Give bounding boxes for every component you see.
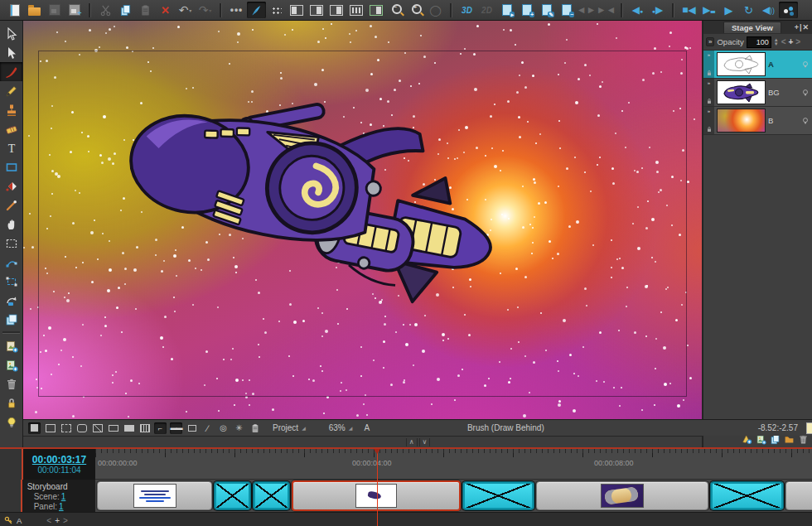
light-table-icon[interactable] xyxy=(799,88,812,98)
filled-frame-icon[interactable] xyxy=(123,422,135,434)
zoom-level-select[interactable]: 63%◢ xyxy=(329,423,353,432)
2d-mode-icon[interactable]: 2D xyxy=(477,2,496,18)
current-timecode[interactable]: 00:00:03:17 xyxy=(32,454,86,466)
save-all-icon[interactable]: + xyxy=(65,2,84,18)
lock-layer-button[interactable] xyxy=(0,393,22,413)
layer-thumbnail[interactable] xyxy=(717,52,766,76)
splitter-expand-down-icon[interactable]: ∨ xyxy=(419,438,431,446)
add-layer-icon[interactable]: + xyxy=(517,2,536,18)
panel-picture-icon[interactable] xyxy=(366,2,385,18)
storyboard-panel-1[interactable] xyxy=(97,481,212,510)
show-colour-icon[interactable] xyxy=(779,2,798,18)
panel-value[interactable]: 1 xyxy=(59,502,64,511)
layers-tool[interactable] xyxy=(0,310,22,329)
redo-icon[interactable]: ↷▾ xyxy=(196,2,215,18)
storyboard-panel-8[interactable] xyxy=(785,481,812,510)
layer-row-b[interactable]: » B xyxy=(703,107,812,135)
stroke-tool[interactable] xyxy=(0,195,22,215)
rectangle-tool[interactable] xyxy=(0,157,22,176)
menus-icon[interactable]: ▬▬ xyxy=(170,422,182,434)
panel-layout-2-icon[interactable] xyxy=(307,2,326,18)
opacity-stepper[interactable]: ▲▼ xyxy=(774,38,779,46)
frame-select-tool[interactable] xyxy=(0,272,22,291)
zoom-out-icon[interactable]: − xyxy=(386,2,405,18)
add-layer-button[interactable]: + xyxy=(788,37,793,46)
brush-colour-swatch[interactable] xyxy=(806,422,812,434)
pencil-tool[interactable] xyxy=(0,81,22,100)
hand-tool[interactable] xyxy=(0,215,22,234)
panel-tab-buttons[interactable]: +|✕ xyxy=(795,23,812,31)
mini-frame-icon[interactable] xyxy=(186,422,198,434)
fields-grid-icon[interactable] xyxy=(138,422,151,434)
rotate-view-icon[interactable]: ◯ xyxy=(426,2,445,18)
cut-icon[interactable] xyxy=(96,2,115,18)
stage-timeline-splitter[interactable]: ∧ ∨ xyxy=(23,436,812,447)
paint-tool[interactable] xyxy=(0,176,22,195)
stage-canvas[interactable] xyxy=(23,21,702,419)
previous-frame-icon[interactable]: ◀● xyxy=(628,2,647,18)
add-bitmap-layer-button[interactable] xyxy=(0,355,22,374)
layer-drag-handle[interactable]: » xyxy=(703,107,714,134)
save-icon[interactable] xyxy=(45,2,64,18)
play-icon[interactable]: ▶ xyxy=(719,2,738,18)
timeline-next-button[interactable]: > xyxy=(63,516,71,525)
timeline-ruler[interactable]: 00:00:00:00 00:00:04:00 00:00:08:00 xyxy=(95,449,812,480)
collapse-panel-button[interactable]: » xyxy=(706,37,714,46)
more-options-icon[interactable]: ••• xyxy=(227,2,246,18)
light-table-icon[interactable] xyxy=(799,60,812,70)
aspect-frame-icon[interactable] xyxy=(75,422,88,434)
scene-value[interactable]: 1 xyxy=(61,492,66,501)
camera-mask-icon[interactable] xyxy=(28,422,41,434)
storyboard-track[interactable] xyxy=(95,480,812,512)
thumbnails-grid-icon[interactable] xyxy=(267,2,286,18)
project-safety-icon[interactable] xyxy=(60,422,72,434)
previous-layer-button[interactable]: < xyxy=(781,37,786,46)
timecode-display[interactable]: 00:00:03:17 00:00:11:04 xyxy=(23,449,95,480)
rotate-view-tool[interactable] xyxy=(0,291,22,310)
layer-row-a[interactable]: » A xyxy=(703,51,812,79)
layer-name[interactable]: B xyxy=(768,116,799,125)
remove-layer-icon[interactable]: − xyxy=(557,2,576,18)
brush-tool[interactable] xyxy=(0,62,22,81)
pinch-1-icon[interactable]: ◄► xyxy=(577,2,596,18)
storyboard-panel-7[interactable] xyxy=(710,481,784,510)
layer-drag-handle[interactable]: » xyxy=(703,51,714,78)
splitter-expand-up-icon[interactable]: ∧ xyxy=(406,438,418,446)
new-icon[interactable] xyxy=(5,2,24,18)
stamp-tool[interactable] xyxy=(0,100,22,119)
next-layer-button[interactable]: > xyxy=(795,37,800,46)
undo-icon[interactable]: ↶▾ xyxy=(176,2,195,18)
paste-icon[interactable] xyxy=(136,2,155,18)
timeline-add-button[interactable]: + xyxy=(55,516,63,525)
pinch-2-icon[interactable]: ►◄ xyxy=(597,2,616,18)
rename-layer-icon[interactable]: ✎ xyxy=(537,2,556,18)
text-tool[interactable] xyxy=(0,138,22,157)
storyboard-panel-3[interactable] xyxy=(253,481,290,510)
panel-playback-icon[interactable] xyxy=(326,2,346,18)
layer-name[interactable]: BG xyxy=(768,88,799,97)
open-icon[interactable] xyxy=(25,2,44,18)
storyboard-panel-5[interactable] xyxy=(462,481,534,510)
ruler-icon[interactable]: ⌐ xyxy=(154,422,167,434)
crossed-frame-icon[interactable] xyxy=(91,422,104,434)
delete-layer-button[interactable] xyxy=(0,374,22,393)
tab-stage-view[interactable]: Stage View xyxy=(723,22,781,33)
delete-icon[interactable]: ✕ xyxy=(156,2,175,18)
loop-icon[interactable]: ↻ xyxy=(739,2,758,18)
layer-name[interactable]: A xyxy=(768,60,799,69)
rotation-icon[interactable]: ◎ xyxy=(217,422,230,434)
add-vector-layer-button[interactable] xyxy=(0,336,22,355)
storyboard-panel-2[interactable] xyxy=(214,481,251,510)
layer-drag-handle[interactable]: » xyxy=(703,79,714,106)
copy-icon[interactable] xyxy=(116,2,135,18)
line-tool-icon[interactable]: ∕ xyxy=(201,422,214,434)
brush-mode-icon[interactable] xyxy=(247,2,266,18)
sound-icon[interactable]: ◀)) xyxy=(759,2,778,18)
reference-icon[interactable]: ✳ xyxy=(233,422,245,434)
wide-frame-icon[interactable] xyxy=(107,422,119,434)
light-table-button[interactable] xyxy=(0,413,22,432)
storyboard-panel-4-current[interactable] xyxy=(292,480,461,511)
eraser-tool[interactable] xyxy=(0,119,22,138)
clipboard-icon[interactable] xyxy=(249,422,261,434)
next-frame-icon[interactable]: ●▶ xyxy=(648,2,667,18)
